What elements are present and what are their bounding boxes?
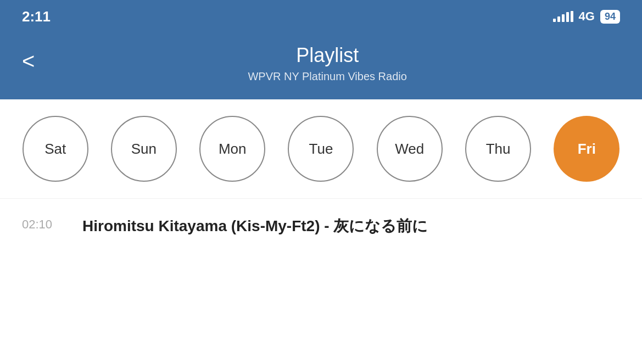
signal-icon: [553, 11, 573, 22]
track-title: Hiromitsu Kitayama (Kis-My-Ft2) - 灰になる前に: [82, 215, 620, 237]
day-friday[interactable]: Fri: [554, 116, 619, 182]
status-time: 2:11: [22, 8, 51, 25]
header-center: Playlist WPVR NY Platinum Vibes Radio: [35, 44, 620, 83]
station-name: WPVR NY Platinum Vibes Radio: [35, 70, 620, 83]
day-saturday[interactable]: Sat: [23, 116, 88, 182]
playlist-section: 02:10 Hiromitsu Kitayama (Kis-My-Ft2) - …: [0, 199, 642, 253]
day-wednesday[interactable]: Wed: [377, 116, 443, 182]
header: < Playlist WPVR NY Platinum Vibes Radio: [0, 33, 642, 99]
back-button[interactable]: <: [22, 50, 35, 72]
page-title: Playlist: [35, 44, 620, 67]
status-right: 4G 94: [553, 9, 620, 24]
days-selector: Sat Sun Mon Tue Wed Thu Fri: [0, 99, 642, 199]
battery-indicator: 94: [600, 10, 620, 24]
day-sunday[interactable]: Sun: [111, 116, 177, 182]
day-monday[interactable]: Mon: [199, 116, 265, 182]
status-bar: 2:11 4G 94: [0, 0, 642, 33]
day-thursday[interactable]: Thu: [465, 116, 531, 182]
track-time: 02:10: [22, 215, 66, 232]
day-tuesday[interactable]: Tue: [288, 116, 354, 182]
playlist-item: 02:10 Hiromitsu Kitayama (Kis-My-Ft2) - …: [22, 215, 620, 237]
network-type: 4G: [579, 9, 595, 24]
